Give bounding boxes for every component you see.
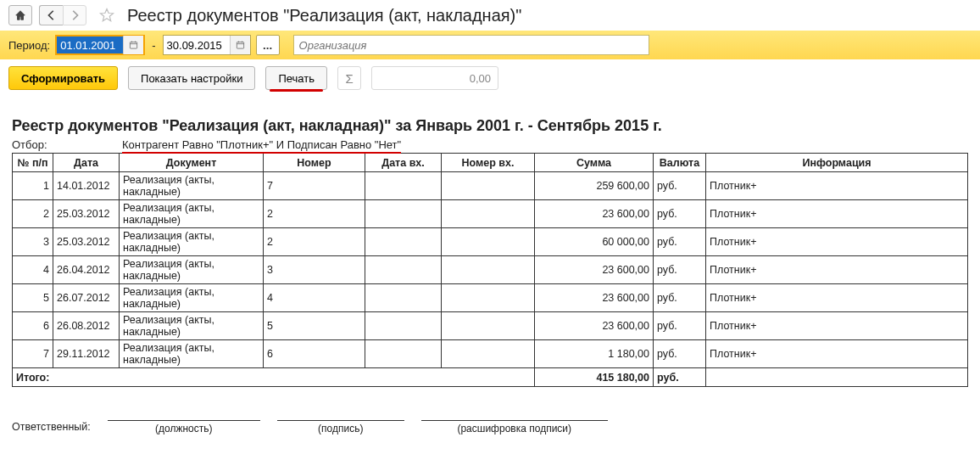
signature-caption-sign: (подпись): [318, 423, 363, 435]
cell-date: 25.03.2012: [53, 200, 120, 228]
cell-date: 29.11.2012: [53, 340, 120, 368]
cell-info: Плотник+: [706, 340, 968, 368]
date-from-box: [55, 35, 145, 55]
cell-cur: руб.: [654, 256, 706, 284]
cell-doc: Реализация (акты, накладные): [120, 312, 264, 340]
cell-nin: [442, 228, 535, 256]
date-from-input[interactable]: [57, 36, 123, 53]
col-doc: Документ: [120, 154, 264, 172]
period-select-button[interactable]: ...: [256, 35, 280, 55]
cell-info: Плотник+: [706, 228, 968, 256]
signature-caption-decipher: (расшифровка подписи): [457, 423, 571, 435]
cell-nin: [442, 256, 535, 284]
period-label: Период:: [8, 39, 50, 52]
cell-date: 26.04.2012: [53, 256, 120, 284]
toolbar: Сформировать Показать настройки Печать Σ…: [0, 59, 980, 97]
cell-din: [365, 200, 442, 228]
svg-rect-4: [237, 42, 243, 49]
cell-no: 7: [264, 172, 365, 200]
table-row[interactable]: 626.08.2012Реализация (акты, накладные)5…: [13, 312, 968, 340]
cell-doc: Реализация (акты, накладные): [120, 172, 264, 200]
cell-doc: Реализация (акты, накладные): [120, 340, 264, 368]
print-button[interactable]: Печать: [265, 66, 327, 90]
table-row[interactable]: 225.03.2012Реализация (акты, накладные)2…: [13, 200, 968, 228]
table-row[interactable]: 325.03.2012Реализация (акты, накладные)2…: [13, 228, 968, 256]
favorite-star-icon[interactable]: [97, 5, 117, 25]
home-button[interactable]: [8, 5, 32, 25]
col-cur: Валюта: [654, 154, 706, 172]
cell-nin: [442, 312, 535, 340]
organization-field: [293, 35, 649, 55]
col-sum: Сумма: [535, 154, 654, 172]
table-header-row: № п/п Дата Документ Номер Дата вх. Номер…: [13, 154, 968, 172]
cell-doc: Реализация (акты, накладные): [120, 228, 264, 256]
cell-cur: руб.: [654, 340, 706, 368]
table-row[interactable]: 114.01.2012Реализация (акты, накладные)7…: [13, 172, 968, 200]
cell-no: 2: [264, 228, 365, 256]
sum-display: 0,00: [371, 66, 498, 90]
filter-text-value: Контрагент Равно "Плотник+" И Подписан Р…: [122, 138, 401, 154]
signature-line-decipher: [421, 407, 608, 421]
svg-rect-0: [131, 42, 137, 49]
date-from-calendar-button[interactable]: [123, 36, 143, 54]
cell-date: 26.07.2012: [53, 284, 120, 312]
cell-info: Плотник+: [706, 256, 968, 284]
cell-info: Плотник+: [706, 172, 968, 200]
cell-date: 26.08.2012: [53, 312, 120, 340]
cell-no: 2: [264, 200, 365, 228]
cell-cur: руб.: [654, 228, 706, 256]
print-underline-annotation: [270, 89, 323, 92]
date-to-box: [163, 35, 251, 55]
cell-nin: [442, 340, 535, 368]
cell-num: 4: [13, 256, 53, 284]
table-row[interactable]: 729.11.2012Реализация (акты, накладные)6…: [13, 340, 968, 368]
date-separator: -: [150, 39, 157, 52]
show-settings-button[interactable]: Показать настройки: [128, 66, 255, 90]
cell-sum: 23 600,00: [535, 312, 654, 340]
col-date-in: Дата вх.: [365, 154, 442, 172]
table-row[interactable]: 526.07.2012Реализация (акты, накладные)4…: [13, 284, 968, 312]
back-button[interactable]: [39, 5, 63, 25]
cell-din: [365, 256, 442, 284]
cell-sum: 23 600,00: [535, 284, 654, 312]
history-buttons: [39, 5, 86, 25]
period-bar: Период: - ...: [0, 31, 980, 59]
cell-sum: 259 600,00: [535, 172, 654, 200]
cell-num: 2: [13, 200, 53, 228]
col-num: № п/п: [13, 154, 53, 172]
form-button[interactable]: Сформировать: [8, 66, 118, 90]
col-no: Номер: [264, 154, 365, 172]
total-info: [706, 368, 968, 387]
col-date: Дата: [53, 154, 120, 172]
forward-button[interactable]: [63, 5, 86, 25]
cell-doc: Реализация (акты, накладные): [120, 256, 264, 284]
cell-doc: Реализация (акты, накладные): [120, 200, 264, 228]
sigma-icon: Σ: [337, 66, 361, 90]
cell-sum: 23 600,00: [535, 256, 654, 284]
cell-date: 14.01.2012: [53, 172, 120, 200]
cell-cur: руб.: [654, 284, 706, 312]
cell-cur: руб.: [654, 200, 706, 228]
date-to-calendar-button[interactable]: [230, 36, 250, 54]
cell-no: 4: [264, 284, 365, 312]
cell-din: [365, 312, 442, 340]
total-sum: 415 180,00: [535, 368, 654, 387]
cell-num: 1: [13, 172, 53, 200]
cell-din: [365, 172, 442, 200]
date-to-input[interactable]: [164, 36, 230, 54]
cell-num: 6: [13, 312, 53, 340]
signature-slot-decipher: (расшифровка подписи): [421, 407, 608, 435]
cell-doc: Реализация (акты, накладные): [120, 284, 264, 312]
filter-line: Отбор: Контрагент Равно "Плотник+" И Под…: [12, 138, 968, 151]
report-area: Реестр документов "Реализация (акт, накл…: [0, 97, 980, 451]
cell-num: 7: [13, 340, 53, 368]
cell-info: Плотник+: [706, 200, 968, 228]
table-row[interactable]: 426.04.2012Реализация (акты, накладные)3…: [13, 256, 968, 284]
col-num-in: Номер вх.: [442, 154, 535, 172]
signature-line-sign: [277, 407, 404, 421]
filter-text: Контрагент Равно "Плотник+" И Подписан Р…: [122, 138, 401, 151]
total-label: Итого:: [13, 368, 535, 387]
nav-row: Реестр документов "Реализация (акт, накл…: [0, 0, 980, 31]
cell-din: [365, 228, 442, 256]
organization-input[interactable]: [293, 35, 649, 55]
